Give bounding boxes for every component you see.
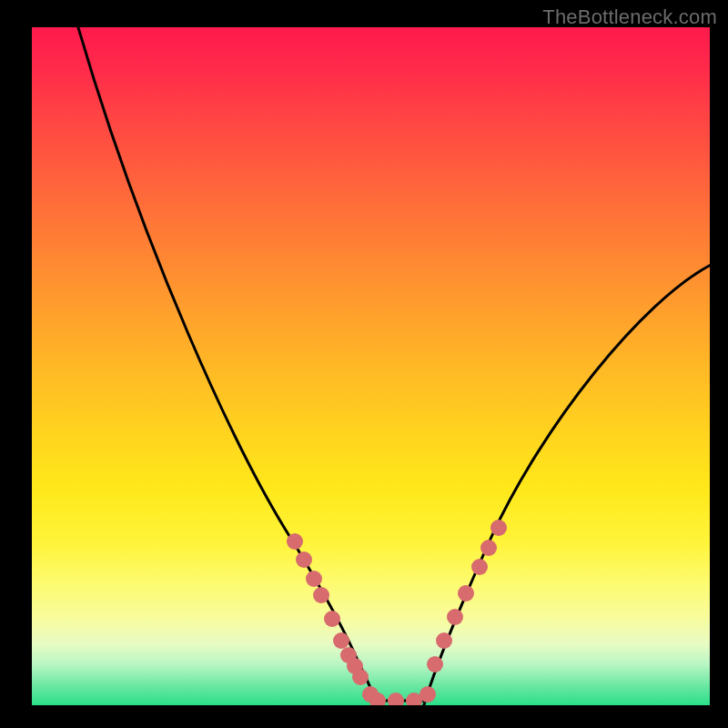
right-curve — [423, 264, 710, 705]
curve-dot — [313, 587, 329, 603]
plot-area — [32, 27, 710, 705]
curve-dot — [352, 669, 369, 685]
curve-dot — [447, 609, 463, 625]
left-curve — [76, 27, 379, 705]
curve-dot — [458, 585, 474, 602]
curve-dot — [480, 540, 497, 556]
curve-dot — [306, 571, 322, 587]
curve-layer — [32, 27, 710, 705]
curve-dot — [388, 693, 404, 705]
curve-dot — [490, 520, 507, 536]
chart-frame: TheBottleneck.com — [0, 0, 728, 728]
curve-dot — [471, 559, 488, 575]
curve-dot — [287, 533, 303, 550]
curve-dot — [324, 611, 340, 627]
curve-dot — [369, 693, 386, 705]
curve-dot — [296, 551, 312, 568]
curve-dot — [420, 686, 436, 703]
watermark-text: TheBottleneck.com — [542, 5, 717, 29]
curve-dot — [427, 656, 443, 672]
curve-dot — [436, 632, 452, 649]
